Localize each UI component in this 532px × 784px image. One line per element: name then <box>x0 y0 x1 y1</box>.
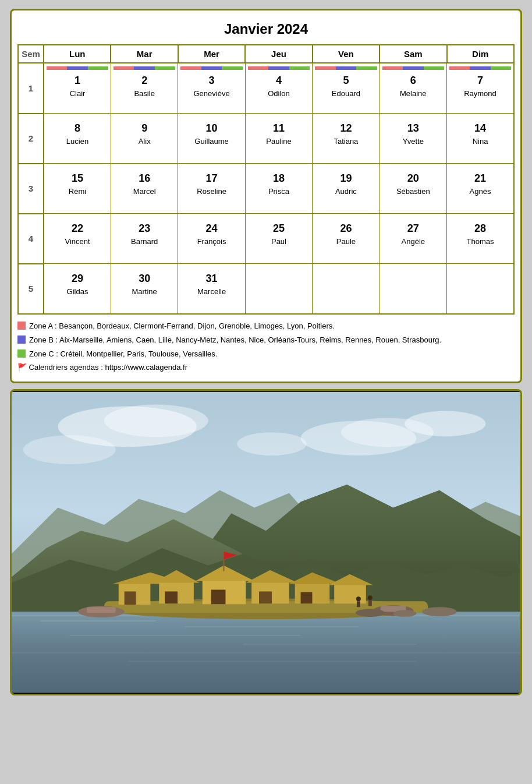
legend-section: Zone A : Besançon, Bordeaux, Clermont-Fe… <box>17 320 515 374</box>
saint-name: Vincent <box>65 237 90 246</box>
calendar-day-cell: 25Paul <box>245 214 312 264</box>
svg-rect-30 <box>211 590 226 605</box>
week-number: 5 <box>18 264 44 315</box>
day-number: 10 <box>206 122 218 135</box>
saint-name: Thomas <box>467 237 494 246</box>
saint-name: Edouard <box>332 89 360 98</box>
day-number: 12 <box>340 122 352 135</box>
svg-rect-24 <box>125 592 136 605</box>
week-number: 2 <box>18 114 44 164</box>
legend-link: 🚩 Calendriers agendas : https://www.cala… <box>17 362 515 374</box>
calendar-day-cell: 7Raymond <box>447 63 515 114</box>
saint-name: Barnard <box>131 237 158 246</box>
legend-zone-c: Zone C : Créteil, Montpellier, Paris, To… <box>17 348 515 361</box>
saint-name: Prisca <box>268 187 289 196</box>
legend-zone-b: Zone B : Aix-Marseille, Amiens, Caen, Li… <box>17 334 515 347</box>
svg-point-7 <box>237 432 306 455</box>
calendar-day-cell <box>245 264 312 315</box>
day-number: 6 <box>410 75 416 87</box>
calendar-day-cell: 27Angèle <box>380 214 446 264</box>
day-number: 14 <box>474 122 486 135</box>
saint-name: Odilon <box>268 89 290 98</box>
saint-name: Paul <box>271 237 286 246</box>
calendar-day-cell: 23Barnard <box>111 214 178 264</box>
calendar-day-cell: 2Basile <box>111 63 178 114</box>
calendar-day-cell: 18Prisca <box>245 164 312 214</box>
day-number: 18 <box>273 172 285 185</box>
svg-point-2 <box>104 405 208 437</box>
school-zone-bars <box>248 66 310 70</box>
legend-zone-a-text: Zone A : Besançon, Bordeaux, Clermont-Fe… <box>29 320 335 333</box>
saint-name: Yvette <box>403 137 424 146</box>
saint-name: Guillaume <box>194 137 229 146</box>
day-number: 4 <box>276 75 282 87</box>
svg-rect-36 <box>301 592 313 604</box>
saint-name: Tatiana <box>334 137 358 146</box>
school-zone-bars <box>47 66 108 70</box>
day-number: 13 <box>407 122 419 135</box>
calendar-day-cell: 10Guillaume <box>178 114 245 164</box>
calendar-day-cell: 31Marcelle <box>178 264 245 315</box>
svg-rect-14 <box>41 620 157 621</box>
day-number: 31 <box>206 273 218 285</box>
legend-link-text: 🚩 Calendriers agendas : https://www.cala… <box>17 362 187 374</box>
calendar-day-cell: 5Edouard <box>313 63 380 114</box>
week-number: 1 <box>18 63 44 114</box>
legend-blue-box <box>17 336 26 344</box>
day-number: 5 <box>343 75 349 87</box>
calendar-day-cell: 6Melaine <box>380 63 446 114</box>
calendar-day-cell: 8Lucien <box>44 114 111 164</box>
calendar-day-cell: 28Thomas <box>447 214 515 264</box>
day-number: 15 <box>72 172 83 185</box>
svg-point-50 <box>368 596 373 601</box>
day-number: 16 <box>139 172 150 185</box>
svg-rect-49 <box>357 601 360 607</box>
saint-name: Gildas <box>67 287 88 296</box>
calendar-week-row: 11Clair2Basile3Geneviève4Odilon5Edouard6… <box>18 63 514 114</box>
day-number: 26 <box>340 223 352 235</box>
header-jeu: Jeu <box>245 45 312 63</box>
school-zone-bars <box>449 66 511 70</box>
day-number: 25 <box>273 223 285 235</box>
calendar-day-cell: 19Audric <box>313 164 380 214</box>
day-number: 11 <box>273 122 285 135</box>
school-zone-bars <box>382 66 444 70</box>
calendar-day-cell: 14Nina <box>447 114 515 164</box>
header-dim: Dim <box>447 45 515 63</box>
saint-name: Lucien <box>66 137 88 146</box>
saint-name: Melaine <box>400 89 427 98</box>
day-number: 7 <box>477 75 483 87</box>
saint-name: François <box>197 237 226 246</box>
svg-rect-27 <box>165 592 178 604</box>
saint-name: Roseline <box>197 187 226 196</box>
header-lun: Lun <box>44 45 111 63</box>
calendar-day-cell: 9Alix <box>111 114 178 164</box>
calendar-week-row: 422Vincent23Barnard24François25Paul26Pau… <box>18 214 514 264</box>
school-zone-bars <box>180 66 242 70</box>
calendar-day-cell: 16Marcel <box>111 164 178 214</box>
saint-name: Nina <box>473 137 488 146</box>
svg-point-45 <box>422 607 457 616</box>
legend-pink-box <box>17 322 26 330</box>
photo-container <box>10 389 522 695</box>
saint-name: Agnès <box>470 187 491 196</box>
week-number: 3 <box>18 164 44 214</box>
saint-name: Raymond <box>464 89 496 98</box>
legend-zone-c-text: Zone C : Créteil, Montpellier, Paris, To… <box>29 348 217 361</box>
day-number: 8 <box>75 122 80 135</box>
day-number: 3 <box>209 75 215 87</box>
calendar-day-cell: 4Odilon <box>245 63 312 114</box>
school-zone-bars <box>114 66 175 70</box>
day-number: 28 <box>474 223 486 235</box>
svg-point-6 <box>23 435 116 464</box>
header-mer: Mer <box>178 45 245 63</box>
calendar-title: Janvier 2024 <box>17 16 515 44</box>
svg-point-5 <box>405 411 485 437</box>
svg-rect-42 <box>87 607 116 613</box>
saint-name: Rémi <box>69 187 86 196</box>
svg-rect-16 <box>69 635 300 636</box>
saint-name: Marcelle <box>197 287 226 296</box>
calendar-day-cell: 21Agnès <box>447 164 515 214</box>
header-sam: Sam <box>380 45 446 63</box>
photo-image <box>12 391 520 694</box>
